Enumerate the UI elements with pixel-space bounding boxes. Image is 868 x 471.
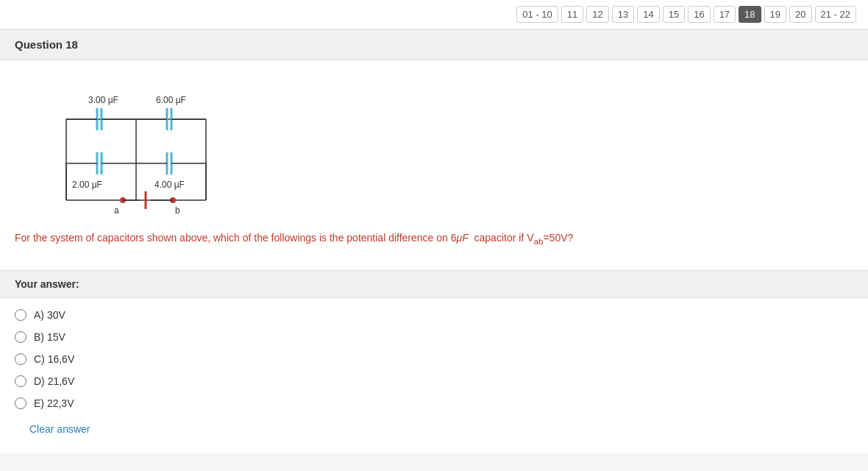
- answer-header-label: Your answer:: [15, 278, 79, 290]
- nav-item-0[interactable]: 01 - 10: [516, 6, 558, 23]
- radio-a[interactable]: [15, 309, 26, 321]
- nav-item-3[interactable]: 13: [612, 6, 634, 23]
- label-e[interactable]: E) 22,3V: [34, 397, 74, 409]
- radio-c[interactable]: [15, 353, 26, 365]
- nav-item-4[interactable]: 14: [637, 6, 659, 23]
- option-d: D) 21,6V: [15, 375, 853, 387]
- label-a[interactable]: A) 30V: [34, 309, 65, 321]
- nav-item-7[interactable]: 17: [714, 6, 736, 23]
- answer-header: Your answer:: [0, 270, 868, 298]
- question-body: a b 3.00 μF 6.00 μF 2.00 μF 4.00 μF For …: [0, 60, 868, 270]
- radio-e[interactable]: [15, 397, 26, 409]
- option-b: B) 15V: [15, 331, 853, 343]
- svg-text:4.00 μF: 4.00 μF: [154, 180, 185, 190]
- nav-item-11[interactable]: 21 - 22: [815, 6, 856, 23]
- nav-item-8[interactable]: 18: [739, 6, 761, 23]
- main-content: Question 18: [0, 29, 868, 453]
- question-header: Question 18: [0, 29, 868, 60]
- label-b[interactable]: B) 15V: [34, 331, 65, 343]
- answer-options: A) 30V B) 15V C) 16,6V D) 21,6V E) 22,3V…: [0, 298, 868, 453]
- radio-b[interactable]: [15, 331, 26, 343]
- option-a: A) 30V: [15, 309, 853, 321]
- circuit-svg: a b 3.00 μF 6.00 μF 2.00 μF 4.00 μF: [44, 82, 221, 219]
- nav-item-2[interactable]: 12: [586, 6, 608, 23]
- question-title: Question 18: [15, 38, 78, 51]
- svg-text:a: a: [114, 205, 119, 216]
- question-nav: 01 - 10 11 12 13 14 15 16 17 18 19 20 21…: [0, 0, 868, 29]
- nav-item-1[interactable]: 11: [561, 6, 583, 23]
- svg-text:3.00 μF: 3.00 μF: [88, 95, 118, 105]
- nav-item-9[interactable]: 19: [764, 6, 786, 23]
- circuit-diagram: a b 3.00 μF 6.00 μF 2.00 μF 4.00 μF: [44, 82, 221, 215]
- svg-text:6.00 μF: 6.00 μF: [156, 95, 186, 105]
- option-e: E) 22,3V: [15, 397, 853, 409]
- nav-item-5[interactable]: 15: [663, 6, 685, 23]
- nav-item-6[interactable]: 16: [688, 6, 710, 23]
- label-c[interactable]: C) 16,6V: [34, 353, 74, 365]
- svg-text:2.00 μF: 2.00 μF: [72, 180, 102, 190]
- radio-d[interactable]: [15, 375, 26, 387]
- clear-answer-button[interactable]: Clear answer: [29, 423, 90, 442]
- option-c: C) 16,6V: [15, 353, 853, 365]
- nav-item-10[interactable]: 20: [789, 6, 811, 23]
- label-d[interactable]: D) 21,6V: [34, 375, 74, 387]
- svg-text:b: b: [175, 205, 180, 216]
- question-text: For the system of capacitors shown above…: [15, 230, 853, 248]
